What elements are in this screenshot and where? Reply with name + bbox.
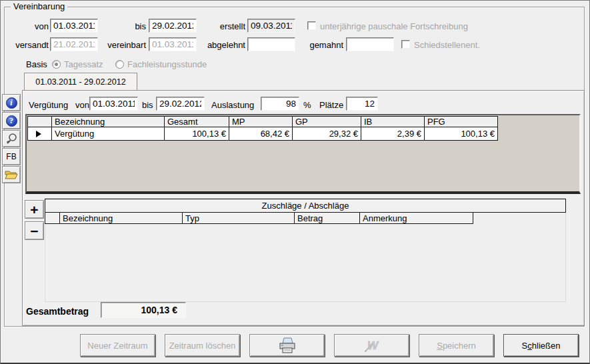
plaetze-label: Plätze <box>319 99 343 111</box>
gemahnt-field[interactable] <box>346 37 394 51</box>
percent-label: % <box>303 99 311 111</box>
cell-pfg: 100,13 € <box>425 127 498 141</box>
search-icon <box>5 133 18 145</box>
word-export-icon: W <box>363 337 381 353</box>
plaetze-field[interactable] <box>346 97 378 111</box>
info-icon: i <box>6 97 17 109</box>
verguetung-bis-label: bis <box>142 99 153 111</box>
erstellt-field <box>247 19 295 33</box>
gesamtbetrag-label: Gesamtbetrag <box>26 306 89 317</box>
verguetung-von-field[interactable] <box>89 97 138 111</box>
zcol-betrag: Betrag <box>295 213 360 224</box>
table-row[interactable]: Vergütung 100,13 € 68,42 € 29,32 € 2,39 … <box>28 127 498 141</box>
basis-label: Basis <box>26 59 47 70</box>
fachleistungsstunde-radio <box>115 60 124 69</box>
row-selector-cell <box>28 127 52 141</box>
schliessen-button[interactable]: Schließen <box>503 334 579 357</box>
open-folder-icon <box>5 169 18 180</box>
cell-mp: 68,42 € <box>229 127 293 141</box>
fb-button[interactable]: FB <box>2 148 21 165</box>
gesamtbetrag-field: 100,13 € <box>101 302 186 318</box>
help-button[interactable]: ? <box>2 112 21 129</box>
gemahnt-label: gemahnt <box>302 39 343 51</box>
auslastung-label: Auslastung <box>211 99 254 111</box>
fachleistungsstunde-label: Fachleistungsstunde <box>127 59 207 70</box>
fb-label: FB <box>6 152 16 161</box>
cell-gesamt: 100,13 € <box>165 127 229 141</box>
folder-button[interactable] <box>2 166 21 183</box>
cell-gp: 29,32 € <box>293 127 361 141</box>
help-icon: ? <box>6 115 17 127</box>
versandt-label: versandt <box>9 39 49 51</box>
von-field[interactable] <box>50 19 98 33</box>
versandt-field <box>50 37 98 51</box>
bis-label: bis <box>119 21 146 32</box>
vereinbarung-window: Vereinbarung von bis erstellt unterjähri… <box>0 0 590 364</box>
verguetung-bis-field[interactable] <box>156 97 205 111</box>
verguetung-table-header-row: Bezeichnung Gesamt MP GP IB PFG <box>28 117 498 127</box>
col-bezeichnung: Bezeichnung <box>52 117 165 127</box>
col-gp: GP <box>293 117 361 127</box>
abgelehnt-field[interactable] <box>247 37 295 51</box>
zuschlaege-selector-header <box>45 213 60 224</box>
col-pfg: PFG <box>425 117 498 127</box>
zeitraum-loeschen-button: Zeitraum löschen <box>165 334 240 357</box>
speichern-button: Speichern <box>419 334 494 357</box>
schiedstelle-label: Schiedstellenent. <box>414 39 480 51</box>
schiedstelle-checkbox <box>401 40 410 49</box>
fortschreibung-label: unterjährige pauschale Fortschreibung <box>320 21 468 32</box>
erstellt-label: erstellt <box>209 21 245 32</box>
selector-column-header <box>28 117 52 127</box>
cell-bezeichnung: Vergütung <box>52 127 165 141</box>
col-mp: MP <box>229 117 293 127</box>
zcol-anmerkung: Anmerkung <box>360 213 473 224</box>
vereinbart-field <box>149 37 197 51</box>
zcol-bezeichnung: Bezeichnung <box>60 213 183 224</box>
svg-text:W: W <box>367 339 379 352</box>
vereinbart-label: vereinbart <box>101 39 146 51</box>
zcol-typ: Typ <box>183 213 295 224</box>
word-export-button: W <box>334 334 409 357</box>
row-selector-arrow <box>36 131 41 137</box>
info-button[interactable]: i <box>2 94 21 111</box>
auslastung-field[interactable] <box>261 97 299 111</box>
bis-field[interactable] <box>149 19 197 33</box>
verguetung-von-label: von <box>75 99 89 111</box>
add-zuschlag-button[interactable]: + <box>25 200 44 219</box>
print-button[interactable] <box>249 334 325 357</box>
tagessatz-radio <box>52 60 61 69</box>
printer-icon <box>277 337 297 354</box>
zuschlaege-header-table: Bezeichnung Typ Betrag Anmerkung <box>45 212 473 224</box>
groupbox-title: Vereinbarung <box>11 1 67 12</box>
cell-ib: 2,39 € <box>361 127 425 141</box>
fortschreibung-checkbox <box>307 21 316 30</box>
von-label: von <box>21 21 49 32</box>
abgelehnt-label: abgelehnt <box>201 39 245 51</box>
neuer-zeitraum-button: Neuer Zeitraum <box>80 334 155 357</box>
remove-zuschlag-button[interactable]: − <box>25 221 44 240</box>
period-tab[interactable]: 01.03.2011 - 29.02.2012 <box>24 73 137 91</box>
verguetung-label: Vergütung <box>29 99 68 111</box>
search-button[interactable] <box>2 130 21 147</box>
verguetung-grid-area: Bezeichnung Gesamt MP GP IB PFG Vergütun… <box>25 114 581 194</box>
col-ib: IB <box>361 117 425 127</box>
tagessatz-label: Tagessatz <box>64 59 103 70</box>
zuschlaege-caption: Zuschläge / Abschläge <box>45 199 566 213</box>
verguetung-table: Bezeichnung Gesamt MP GP IB PFG Vergütun… <box>27 116 498 141</box>
col-gesamt: Gesamt <box>165 117 229 127</box>
